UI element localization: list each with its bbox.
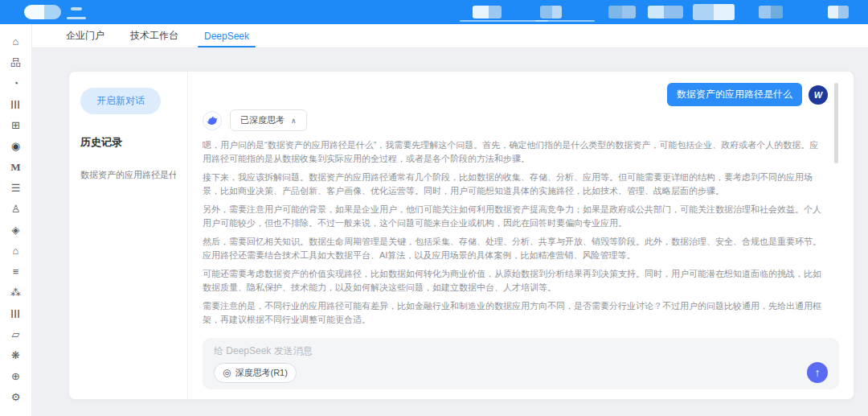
composer: ◎ 深度思考(R1) ↑ xyxy=(203,338,839,389)
deep-think-icon: ◎ xyxy=(223,368,231,377)
tab-tech-workbench[interactable]: 技术工作台 xyxy=(117,24,191,47)
chat-panel: 数据资产的应用路径是什么 W 已深度思考 ∧ 嗯，用户问的是“数据 xyxy=(188,72,854,399)
thought-paragraph: 需要注意的是，不同行业的应用路径可能有差异，比如金融行业和制造业的数据应用方向不… xyxy=(203,299,821,326)
thought-content: 嗯，用户问的是“数据资产的应用路径是什么”，我需要先理解这个问题。首先，确定他们… xyxy=(203,138,839,332)
messages-area: 数据资产的应用路径是什么 W 已深度思考 ∧ 嗯，用户问的是“数据 xyxy=(203,83,839,332)
topbar-menu-item-blurred[interactable] xyxy=(648,6,683,19)
chat-history-panel: 开启新对话 历史记录 数据资产的应用路径是什么 xyxy=(69,72,188,399)
history-title: 历史记录 xyxy=(80,135,176,150)
thought-paragraph: 然后，需要回忆相关知识。数据生命周期管理是关键，包括采集、存储、处理、分析、共享… xyxy=(203,235,821,262)
org-tree-icon[interactable]: ⁂ xyxy=(10,286,23,299)
topbar-menu-item-blurred[interactable] xyxy=(693,4,735,20)
org-structure-icon[interactable]: 品 xyxy=(10,56,23,68)
thought-paragraph: 嗯，用户问的是“数据资产的应用路径是什么”，我需要先理解这个问题。首先，确定他们… xyxy=(203,138,821,165)
history-item[interactable]: 数据资产的应用路径是什么 xyxy=(80,169,176,181)
composer-toolbar: ◎ 深度思考(R1) ↑ xyxy=(214,362,828,383)
thought-paragraph: 可能还需要考虑数据资产的价值实现路径，比如数据如何转化为商业价值，从原始数据到分… xyxy=(203,267,821,294)
pie-chart-icon[interactable]: ◔ xyxy=(10,77,23,89)
tab-deepseek[interactable]: DeepSeek xyxy=(191,24,262,47)
home-icon[interactable]: ⌂ xyxy=(10,35,23,47)
message-input[interactable] xyxy=(214,345,582,356)
thought-paragraph: 接下来，我应该拆解问题。数据资产的应用路径通常有几个阶段，比如数据的收集、存储、… xyxy=(203,171,821,197)
deepseek-avatar xyxy=(203,111,222,130)
thought-toggle-label: 已深度思考 xyxy=(240,114,285,126)
menu-list-icon[interactable]: ☰ xyxy=(10,182,23,194)
logo-text-blurred xyxy=(71,7,82,10)
new-chat-button[interactable]: 开启新对话 xyxy=(80,88,161,114)
arrow-up-icon: ↑ xyxy=(815,366,821,379)
chevron-up-icon: ∧ xyxy=(291,117,297,125)
tab-bar: 企业门户 技术工作台 DeepSeek xyxy=(32,24,868,48)
settings-gear-icon[interactable]: ⚙ xyxy=(10,391,23,403)
chat-card: 开启新对话 历史记录 数据资产的应用路径是什么 数据资产的应用路径是什么 W xyxy=(68,71,854,400)
thought-toggle-button[interactable]: 已深度思考 ∧ xyxy=(230,109,307,131)
layers-icon[interactable]: ≡ xyxy=(10,266,23,278)
app-sidebar: ⌂ 品 ◔ ||| ⊞ ◉ M ☰ ♙ ◈ ⌂ ≡ ⁂ ||| ▱ ❋ ⊕ ⚙ xyxy=(0,24,32,416)
record-icon[interactable]: ◉ xyxy=(10,140,23,152)
user-icon[interactable]: ♙ xyxy=(10,203,23,215)
badge-icon[interactable]: ❋ xyxy=(10,349,23,361)
topbar-menu-item-blurred[interactable] xyxy=(759,6,783,19)
user-avatar: W xyxy=(809,85,828,105)
tab-enterprise-portal[interactable]: 企业门户 xyxy=(53,24,117,47)
folder-icon[interactable]: ▱ xyxy=(10,328,23,340)
user-message-row: 数据资产的应用路径是什么 W xyxy=(203,83,839,106)
deep-think-button[interactable]: ◎ 深度思考(R1) xyxy=(214,363,297,383)
assistant-message-row: 已深度思考 ∧ xyxy=(203,109,839,131)
deepseek-whale-icon xyxy=(206,114,219,127)
shield-icon[interactable]: ◈ xyxy=(10,224,23,236)
topbar-menu-item-blurred[interactable] xyxy=(473,6,502,19)
barcode-alt-icon[interactable]: ||| xyxy=(10,307,23,319)
topbar-menu-underline xyxy=(535,20,595,22)
home-alt-icon[interactable]: ⌂ xyxy=(10,245,23,257)
scrollbar[interactable] xyxy=(834,83,838,163)
topbar-menu-item-blurred[interactable] xyxy=(540,6,562,19)
send-button[interactable]: ↑ xyxy=(807,362,828,383)
topbar-menu-item-blurred[interactable] xyxy=(828,6,849,19)
card-plus-icon[interactable]: ⊞ xyxy=(10,119,23,131)
deep-think-label: 深度思考(R1) xyxy=(235,367,287,379)
thought-paragraph: 另外，需要注意用户可能的背景，如果是企业用户，他们可能关注如何利用数据资产提高竞… xyxy=(203,203,821,229)
topbar-menu-item-blurred[interactable] xyxy=(608,6,636,19)
m-app-icon[interactable]: M xyxy=(10,161,23,173)
topbar xyxy=(0,0,868,24)
main-content: 开启新对话 历史记录 数据资产的应用路径是什么 数据资产的应用路径是什么 W xyxy=(32,48,868,416)
barcode-icon[interactable]: ||| xyxy=(10,98,23,110)
logo-text-blurred xyxy=(67,17,86,19)
globe-icon[interactable]: ⊕ xyxy=(10,370,23,382)
app-logo xyxy=(24,5,61,19)
user-message: 数据资产的应用路径是什么 xyxy=(667,83,802,106)
